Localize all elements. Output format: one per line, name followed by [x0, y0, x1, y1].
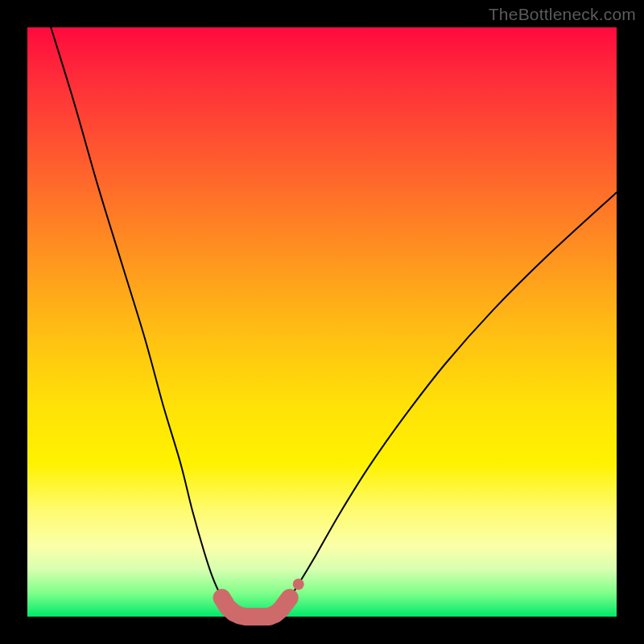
watermark-text: TheBottleneck.com	[489, 5, 636, 24]
curve-layer	[27, 27, 617, 617]
outer-frame: TheBottleneck.com	[0, 0, 644, 644]
marker-isolated	[293, 579, 304, 590]
plot-area	[27, 27, 617, 617]
marker-cluster	[222, 598, 290, 617]
series-right-branch	[269, 192, 617, 617]
series-left-branch	[51, 27, 246, 617]
